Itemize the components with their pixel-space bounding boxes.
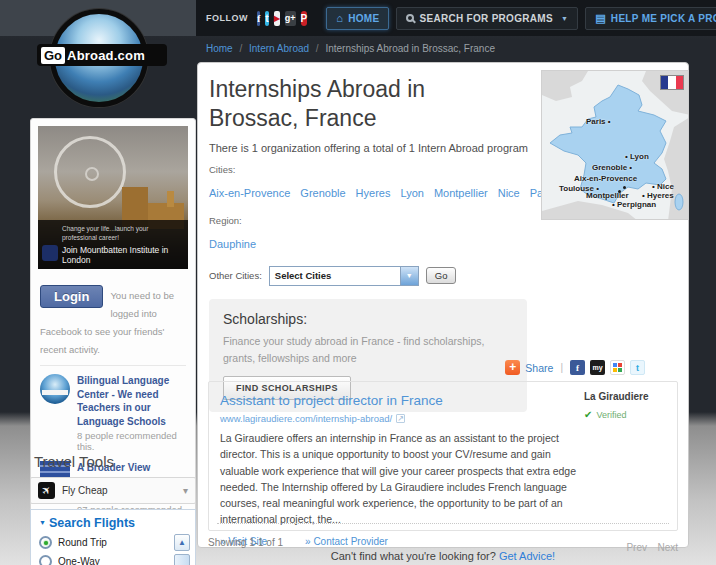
other-cities-select[interactable]: Select Cities ▼ (269, 266, 419, 286)
map-city-perpignan: • Perpignan (612, 200, 656, 209)
breadcrumb-separator: / (316, 43, 319, 54)
city-link-montpellier[interactable]: Montpellier (434, 187, 488, 199)
goabroad-logo[interactable]: Go Abroad.com (50, 2, 148, 114)
fb-recommendation-item: Bilingual Language Center - We need Teac… (40, 374, 186, 452)
external-link-icon: ↗ (396, 414, 405, 423)
search-flights-title: ▼Search Flights (39, 516, 187, 530)
provider-info: La Giraudiere ✔ Verified (584, 391, 648, 420)
radio-round-trip[interactable] (39, 536, 52, 549)
share-link[interactable]: Share (525, 362, 553, 374)
french-flag-icon (660, 75, 684, 90)
ad-institute-logo (42, 245, 58, 261)
map-city-hyeres: • Hyeres (642, 191, 674, 200)
city-link-nice[interactable]: Nice (498, 187, 520, 199)
youtube-icon[interactable]: ▶ (274, 11, 280, 26)
logo-go-text: Go (41, 47, 65, 64)
main-nav: ⌂ HOME SEARCH FOR PROGRAMS ▼ ▤ HELP ME P… (326, 7, 716, 30)
city-link-aix-en-provence[interactable]: Aix-en-Provence (209, 187, 290, 199)
dotted-divider (217, 523, 669, 524)
provider-name: La Giraudiere (584, 391, 648, 402)
google-plus-icon[interactable]: g+ (285, 11, 296, 26)
separator: | (560, 362, 563, 373)
map-city-paris: Paris • (586, 117, 611, 126)
verified-badge: ✔ Verified (584, 409, 648, 420)
nav-search-programs[interactable]: SEARCH FOR PROGRAMS ▼ (396, 7, 578, 30)
ad-title: Join Mountbatten Institute in London (62, 245, 183, 265)
twitter-icon[interactable]: t (265, 11, 268, 26)
nav-home-label: HOME (348, 13, 379, 24)
breadcrumb-section-link[interactable]: Intern Abroad (249, 43, 309, 54)
get-advice-link[interactable]: Get Advice! (499, 550, 555, 562)
ad-caption: Change your life...launch your professio… (38, 220, 188, 270)
listing-url-link[interactable]: www.lagiraudiere.com/internship-abroad/ (220, 413, 392, 424)
radio-one-way[interactable] (39, 555, 52, 565)
home-icon: ⌂ (336, 13, 343, 24)
map-city-aix-en-provence: Aix-en-Provence (574, 174, 637, 183)
check-icon: ✔ (584, 409, 592, 420)
scholarships-heading: Scholarships: (223, 311, 513, 327)
program-listing: Assistant to project director in France … (208, 381, 678, 531)
fly-cheap-label: Fly Cheap (62, 485, 183, 496)
search-flights-widget: ▼Search Flights Round Trip One-Way From … (30, 509, 196, 565)
city-link-grenoble[interactable]: Grenoble (300, 187, 345, 199)
fly-cheap-accordion[interactable]: ✈ Fly Cheap ▾ (30, 477, 196, 504)
share-facebook-icon[interactable]: f (570, 360, 585, 375)
radio-round-trip-label[interactable]: Round Trip (58, 537, 107, 548)
city-link-hyeres[interactable]: Hyeres (356, 187, 391, 199)
map-city-nice: • Nice (652, 182, 674, 191)
pinterest-icon[interactable]: P (301, 11, 308, 26)
map-corsica (675, 194, 683, 210)
verified-label: Verified (596, 410, 626, 420)
select-dropdown-icon: ▼ (400, 267, 418, 285)
footer-help: Can't find what you're looking for? Get … (196, 550, 690, 562)
nav-search-label: SEARCH FOR PROGRAMS (419, 13, 552, 24)
travel-tools-heading: Travel Tools (34, 453, 114, 470)
chevron-down-icon: ▾ (183, 485, 188, 496)
listing-title-link[interactable]: Assistant to project director in France (220, 393, 443, 408)
share-google-icon[interactable] (610, 360, 625, 375)
nav-help-pick[interactable]: ▤ HELP ME PICK A PROGRAM (585, 7, 716, 30)
city-link-lyon[interactable]: Lyon (400, 187, 423, 199)
nav-help-label: HELP ME PICK A PROGRAM (611, 13, 716, 24)
breadcrumb-current: Internships Abroad in Brossac, France (325, 43, 495, 54)
follow-label: FOLLOW (206, 13, 248, 23)
share-myspace-icon[interactable]: my (590, 360, 605, 375)
search-icon (406, 14, 414, 22)
other-cities-label: Other Cities: (209, 270, 262, 281)
cities-links: Aix-en-ProvenceGrenobleHyeresLyonMontpel… (209, 178, 539, 205)
select-value: Select Cities (270, 270, 400, 281)
breadcrumb-separator: / (239, 43, 242, 54)
map-city-lyon: • Lyon (625, 152, 649, 161)
scrollbar-thumb[interactable] (174, 554, 190, 565)
share-row: + Share | f my t (208, 360, 645, 375)
recommendation-meta: 8 people recommended this. (77, 430, 186, 452)
france-map: Paris •• LyonGrenoble •Aix-en-ProvenceTo… (541, 70, 689, 220)
topbar: FOLLOW f t ▶ g+ P ⌂ HOME SEARCH FOR PROG… (196, 0, 716, 36)
share-twitter-icon[interactable]: t (630, 360, 645, 375)
sidebar-ad-banner[interactable]: Change your life...launch your professio… (38, 126, 188, 269)
ferris-wheel-graphic (54, 136, 126, 208)
footer-question: Can't find what you're looking for? (331, 550, 496, 562)
map-city-dot (618, 190, 621, 193)
addthis-share-icon[interactable]: + (505, 360, 520, 375)
triangle-icon: ▼ (39, 519, 46, 526)
scroll-up-button[interactable]: ▲ (174, 534, 190, 551)
region-link-dauphine[interactable]: Dauphine (209, 238, 256, 250)
go-button[interactable]: Go (426, 267, 457, 284)
nav-home[interactable]: ⌂ HOME (326, 7, 389, 30)
book-icon: ▤ (595, 13, 606, 24)
radio-one-way-label[interactable]: One-Way (58, 556, 100, 565)
listing-description: La Giraudiere offers an internship in Fr… (220, 430, 578, 528)
ad-tagline: Change your life...launch your professio… (62, 224, 183, 244)
recommendation-logo (40, 374, 70, 404)
tower-graphic (167, 191, 174, 207)
map-england (542, 71, 588, 101)
recommendation-link[interactable]: Bilingual Language Center - We need Teac… (77, 374, 186, 428)
airplane-icon: ✈ (38, 482, 55, 499)
scrollbar: ▲ (174, 534, 190, 565)
main-content-card: Internships Abroad in Brossac, France Th… (197, 62, 689, 548)
facebook-login-button[interactable]: Login (40, 285, 103, 308)
breadcrumb-home-link[interactable]: Home (206, 43, 233, 54)
breadcrumb: Home / Intern Abroad / Internships Abroa… (206, 43, 495, 54)
facebook-icon[interactable]: f (257, 11, 260, 26)
